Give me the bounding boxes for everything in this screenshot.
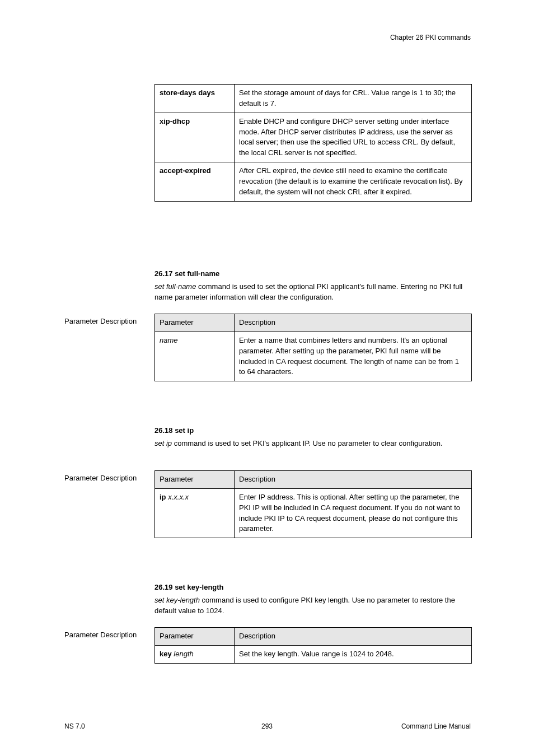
param-cell: store-days days [155, 85, 235, 113]
table-block-key-length: Parameter Description key length Set the… [154, 627, 471, 664]
desc-cell: After CRL expired, the device still need… [235, 162, 472, 202]
section-title: 26.18 set ip [154, 426, 471, 436]
table-row: xip-dhcp Enable DHCP and configure DHCP … [155, 113, 472, 162]
desc-cell: Set the storage amount of days for CRL. … [235, 85, 472, 113]
section-key-length: 26.19 set key-length set key-length comm… [154, 582, 471, 617]
header-description: Description [235, 471, 472, 489]
table-row: ip x.x.x.x Enter IP address. This is opt… [155, 488, 472, 538]
section-description: set ip command is used to set PKI's appl… [154, 438, 471, 449]
param-cell: key length [155, 645, 235, 663]
table-header-row: Parameter Description [155, 314, 472, 332]
table-full-name: Parameter Description name Enter a name … [154, 314, 472, 381]
table-crl: store-days days Set the storage amount o… [154, 84, 472, 202]
table-row: accept-expired After CRL expired, the de… [155, 162, 472, 202]
header-parameter: Parameter [155, 628, 235, 646]
left-label-parameter: Parameter Description [64, 630, 143, 641]
table-row: key length Set the key length. Value ran… [155, 645, 472, 663]
header-chapter: Chapter 26 PKI commands [390, 34, 471, 41]
desc-cell: Enter a name that combines letters and n… [235, 332, 472, 381]
section-title: 26.19 set key-length [154, 582, 471, 593]
section-title: 26.17 set full-name [154, 269, 471, 279]
desc-cell: Enter IP address. This is optional. Afte… [235, 488, 472, 538]
table-row: store-days days Set the storage amount o… [155, 85, 472, 113]
header-parameter: Parameter [155, 314, 235, 332]
param-cell: name [155, 332, 235, 381]
table-key-length: Parameter Description key length Set the… [154, 627, 472, 664]
desc-cell: Set the key length. Value range is 1024 … [235, 645, 472, 663]
section-description: set full-name command is used to set the… [154, 282, 471, 303]
table-set-ip: Parameter Description ip x.x.x.x Enter I… [154, 470, 472, 538]
header-description: Description [235, 314, 472, 332]
table-header-row: Parameter Description [155, 628, 472, 646]
table-row: name Enter a name that combines letters … [155, 332, 472, 381]
param-cell: ip x.x.x.x [155, 488, 235, 538]
param-cell: xip-dhcp [155, 113, 235, 162]
header-description: Description [235, 628, 472, 646]
page: Chapter 26 PKI commands store-days days … [0, 0, 534, 756]
header-parameter: Parameter [155, 471, 235, 489]
table-block-full-name: Parameter Description name Enter a name … [154, 314, 471, 381]
section-description: set key-length command is used to config… [154, 595, 471, 617]
section-set-ip: 26.18 set ip set ip command is used to s… [154, 426, 471, 449]
section-full-name: 26.17 set full-name set full-name comman… [154, 269, 471, 303]
left-label-parameter: Parameter Description [64, 473, 143, 484]
footer-manual-title: Command Line Manual [401, 722, 471, 730]
table-block-crl: store-days days Set the storage amount o… [154, 84, 471, 202]
param-cell: accept-expired [155, 162, 235, 202]
desc-cell: Enable DHCP and configure DHCP server se… [235, 113, 472, 162]
left-label-parameter: Parameter Description [64, 316, 143, 327]
table-header-row: Parameter Description [155, 471, 472, 489]
table-block-set-ip: Parameter Description ip x.x.x.x Enter I… [154, 470, 471, 538]
